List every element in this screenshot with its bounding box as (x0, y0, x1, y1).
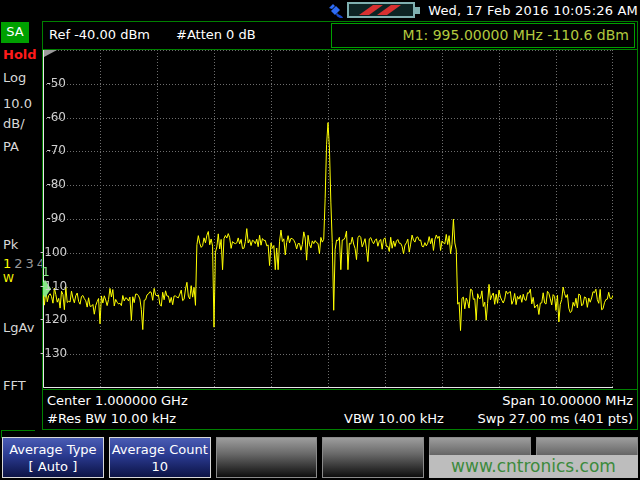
softkey-value: [ Auto ] (3, 458, 103, 475)
softkey-value: 10 (110, 458, 210, 475)
mode-badge-sa[interactable]: SA (1, 22, 29, 43)
softkey-label: Average Type (3, 441, 103, 458)
marker1-readout: M1: 995.00000 MHz -110.6 dBm (331, 23, 635, 48)
softkey-label: Average Count (110, 441, 210, 458)
span-readout: Span 10.00000 MHz (502, 393, 633, 408)
top-annotation-box: Ref -40.00 dBm #Atten 0 dB M1: 995.00000… (42, 21, 638, 50)
trace-write-mode-label: W (3, 272, 14, 285)
ref-level-readout: Ref -40.00 dBm (49, 27, 150, 42)
softkey-blank-4[interactable] (322, 437, 424, 478)
instrument-screen: Wed, 17 Feb 2016 10:05:26 AM SA Hold Log… (0, 0, 640, 480)
center-frequency-readout: Center 1.000000 GHz (47, 393, 188, 408)
scale-per-div-value: 10.0 (3, 96, 32, 111)
scale-type-label: Log (3, 70, 26, 85)
y-tick-label: -100 (40, 245, 66, 259)
y-tick-label: -70 (40, 143, 66, 157)
y-tick-label: -120 (40, 312, 66, 326)
scale-per-div-unit: dB/ (3, 116, 25, 131)
y-tick-label: -90 (40, 211, 66, 225)
preamp-status: PA (3, 139, 19, 154)
y-tick-label: -130 (40, 346, 66, 360)
y-tick-label: -80 (40, 177, 66, 191)
clock-datetime: Wed, 17 Feb 2016 10:05:26 AM (428, 3, 638, 18)
sweep-hold-status: Hold (3, 47, 37, 62)
average-type-status: LgAv (3, 320, 34, 335)
spectrum-canvas (43, 50, 613, 388)
y-tick-label: -110 (40, 279, 66, 293)
graticule-box (42, 49, 638, 390)
y-tick-label: -50 (40, 76, 66, 90)
softkey-average-count[interactable]: Average Count 10 (109, 437, 211, 478)
sweep-time-readout: Swp 27.00 ms (401 pts) (478, 411, 633, 426)
site-watermark: www.cntronics.com (429, 455, 638, 478)
softkey-average-type[interactable]: Average Type [ Auto ] (2, 437, 104, 478)
softkey-blank-3[interactable] (216, 437, 318, 478)
resolution-bandwidth-readout: #Res BW 10.00 kHz (47, 411, 176, 426)
y-tick-label: -60 (40, 110, 66, 124)
fft-mode-status: FFT (3, 378, 26, 393)
battery-charging-icon (347, 2, 421, 19)
detector-peak-label: Pk (3, 237, 18, 252)
attenuation-readout: #Atten 0 dB (176, 27, 256, 42)
trace-number-active: 1 (3, 256, 14, 271)
bottom-annotation-box: Center 1.000000 GHz Span 10.00000 MHz #R… (42, 389, 638, 430)
ac-power-icon (327, 3, 344, 19)
video-bandwidth-readout: VBW 10.00 kHz (344, 411, 444, 426)
